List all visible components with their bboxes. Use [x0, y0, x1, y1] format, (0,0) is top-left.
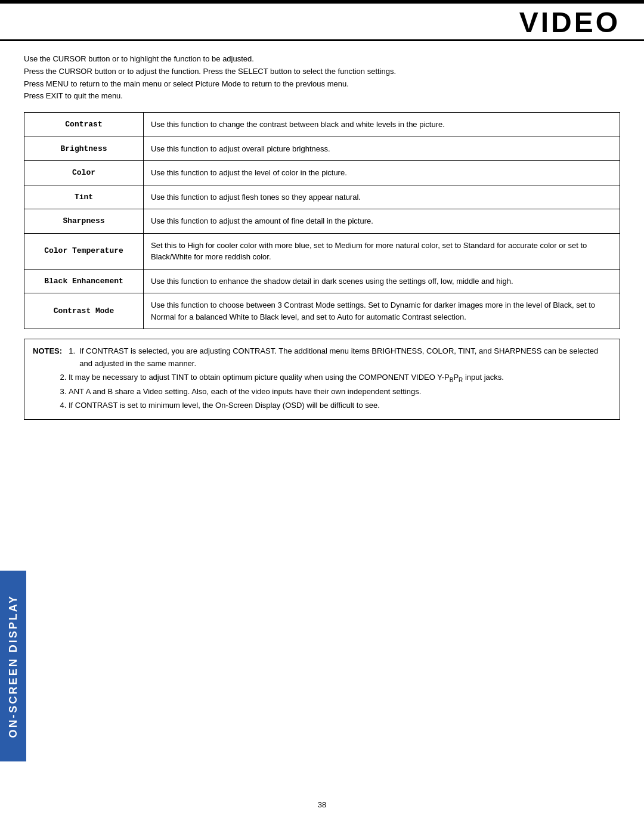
title-underline: [0, 39, 644, 41]
setting-label: Black Enhancement: [24, 269, 144, 293]
settings-table: ContrastUse this function to change the …: [24, 112, 620, 329]
notes-box: NOTES: 1. If CONTRAST is selected, you a…: [24, 339, 620, 420]
intro-line3: Press MENU to return to the main menu or…: [24, 78, 620, 91]
table-row: TintUse this function to adjust flesh to…: [24, 185, 620, 209]
table-row: ColorUse this function to adjust the lev…: [24, 161, 620, 185]
setting-label: Brightness: [24, 137, 144, 161]
note-item: It may be necessary to adjust TINT to ob…: [69, 371, 611, 385]
setting-description: Use this function to change the contrast…: [144, 113, 620, 137]
table-row: Black EnhancementUse this function to en…: [24, 269, 620, 293]
setting-description: Use this function to choose between 3 Co…: [144, 293, 620, 329]
note-item: If CONTRAST is set to minimum level, the…: [69, 400, 611, 412]
intro-line2: Press the CURSOR button or to adjust the…: [24, 66, 620, 78]
setting-label: Tint: [24, 185, 144, 209]
page-container: VIDEO Use the CURSOR button or to highli…: [0, 0, 644, 833]
setting-label: Contrast: [24, 113, 144, 137]
setting-description: Use this function to adjust the level of…: [144, 161, 620, 185]
setting-label: Sharpness: [24, 209, 144, 234]
page-title: VIDEO: [0, 4, 644, 39]
table-row: SharpnessUse this function to adjust the…: [24, 209, 620, 234]
table-row: ContrastUse this function to change the …: [24, 113, 620, 137]
intro-text: Use the CURSOR button or to highlight th…: [24, 53, 620, 103]
intro-line1: Use the CURSOR button or to highlight th…: [24, 53, 620, 66]
sidebar-label-text: ON-SCREEN DISPLAY: [7, 594, 20, 738]
intro-line4: Press EXIT to quit the menu.: [24, 90, 620, 103]
notes-header: NOTES: 1. If CONTRAST is selected, you a…: [33, 345, 611, 370]
notes-item-1-text: If CONTRAST is selected, you are adjusti…: [79, 345, 611, 370]
setting-description: Use this function to adjust overall pict…: [144, 137, 620, 161]
notes-item-1-inline: 1.: [64, 345, 77, 370]
notes-list: It may be necessary to adjust TINT to ob…: [69, 371, 611, 412]
note-item: ANT A and B share a Video setting. Also,…: [69, 386, 611, 398]
main-content: Use the CURSOR button or to highlight th…: [0, 53, 644, 420]
page-number: 38: [0, 800, 644, 809]
setting-description: Use this function to enhance the shadow …: [144, 269, 620, 293]
table-row: Contrast ModeUse this function to choose…: [24, 293, 620, 329]
setting-label: Contrast Mode: [24, 293, 144, 329]
setting-description: Set this to High for cooler color with m…: [144, 233, 620, 269]
sidebar-label: ON-SCREEN DISPLAY: [0, 571, 26, 761]
notes-label: NOTES:: [33, 345, 62, 370]
table-row: BrightnessUse this function to adjust ov…: [24, 137, 620, 161]
table-row: Color TemperatureSet this to High for co…: [24, 233, 620, 269]
setting-label: Color: [24, 161, 144, 185]
setting-description: Use this function to adjust the amount o…: [144, 209, 620, 234]
setting-label: Color Temperature: [24, 233, 144, 269]
setting-description: Use this function to adjust flesh tones …: [144, 185, 620, 209]
